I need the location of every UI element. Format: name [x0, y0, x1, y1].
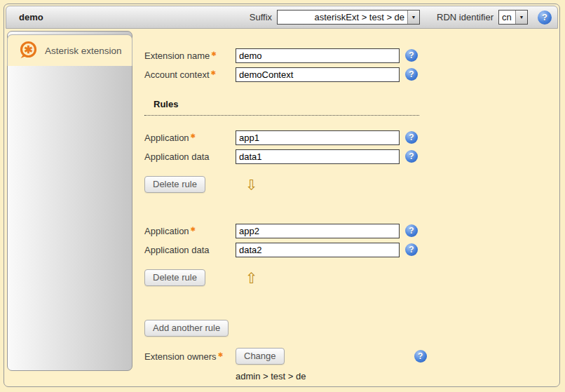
delete-rule-button[interactable]: Delete rule	[144, 269, 205, 286]
tab-label: Asterisk extension	[45, 46, 122, 56]
required-icon: ✱	[191, 226, 196, 233]
rule1-application-data-row: Application data ?	[144, 149, 439, 164]
required-icon: ✱	[211, 69, 217, 76]
account-context-input[interactable]	[236, 67, 400, 82]
add-rule-row: Add another rule	[144, 320, 439, 336]
application-data-label: Application data	[144, 245, 236, 255]
account-edit-window: demo Suffix asteriskExt > test > de ▼ RD…	[4, 4, 560, 387]
extension-owners-value: admin > test > de	[236, 371, 306, 381]
help-icon[interactable]: ?	[538, 11, 552, 25]
help-icon[interactable]: ?	[405, 243, 418, 256]
account-context-row: Account context✱ ?	[144, 67, 439, 82]
help-icon[interactable]: ?	[405, 224, 418, 237]
chevron-down-icon: ▼	[407, 11, 419, 24]
change-owners-button[interactable]: Change	[236, 348, 285, 365]
extension-name-label: Extension name✱	[144, 50, 236, 61]
application-data-label: Application data	[144, 151, 236, 162]
required-icon: ✱	[191, 133, 196, 140]
move-rule-up-icon[interactable]: ⇧	[245, 271, 258, 285]
rule1-application-input[interactable]	[236, 130, 400, 145]
rules-section-heading: Rules	[144, 99, 419, 116]
help-icon[interactable]: ?	[405, 49, 418, 62]
application-label: Application✱	[144, 226, 236, 236]
rule2-application-input[interactable]	[236, 224, 400, 238]
rule1-application-row: Application✱ ?	[144, 130, 439, 145]
extension-owners-value-row: admin > test > de	[144, 368, 439, 384]
required-icon: ✱	[218, 351, 224, 358]
suffix-label: Suffix	[250, 12, 272, 22]
rdn-identifier-select[interactable]: cn ▼	[498, 10, 528, 25]
page-title: demo	[19, 12, 43, 22]
rule2-application-data-input[interactable]	[236, 243, 400, 257]
help-icon[interactable]: ?	[405, 150, 418, 163]
rule1-application-data-input[interactable]	[236, 149, 400, 164]
suffix-select-value: asteriskExt > test > de	[278, 11, 407, 24]
help-icon[interactable]: ?	[405, 131, 418, 144]
rule2-application-data-row: Application data ?	[144, 242, 439, 257]
application-label: Application✱	[144, 133, 236, 143]
extension-owners-label: Extension owners✱	[144, 351, 236, 362]
form-area: Extension name✱ ? Account context✱ ? Rul…	[144, 48, 439, 387]
delete-rule-button[interactable]: Delete rule	[144, 176, 205, 193]
help-icon[interactable]: ?	[405, 68, 418, 81]
tab-asterisk-extension[interactable]: ✱ Asterisk extension	[7, 34, 132, 66]
add-another-rule-button[interactable]: Add another rule	[144, 320, 229, 337]
extension-name-row: Extension name✱ ?	[144, 48, 439, 63]
rdn-identifier-label: RDN identifier	[437, 12, 493, 22]
title-bar: demo Suffix asteriskExt > test > de ▼ RD…	[6, 6, 558, 29]
required-icon: ✱	[211, 50, 217, 58]
module-sidebar: ✱ Asterisk extension	[7, 31, 132, 371]
suffix-select[interactable]: asteriskExt > test > de ▼	[277, 10, 420, 25]
rule2-application-row: Application✱ ?	[144, 223, 439, 238]
asterisk-logo-icon: ✱	[18, 41, 38, 60]
extension-owners-row: Extension owners✱ Change ?	[144, 349, 439, 364]
rule1-actions-row: Delete rule ⇩	[144, 177, 439, 192]
help-icon[interactable]: ?	[414, 350, 427, 363]
chevron-down-icon: ▼	[515, 11, 527, 24]
rule2-actions-row: Delete rule ⇧	[144, 270, 439, 285]
rdn-select-value: cn	[499, 11, 515, 24]
account-context-label: Account context✱	[144, 69, 236, 80]
move-rule-down-icon[interactable]: ⇩	[245, 177, 258, 192]
extension-name-input[interactable]	[236, 48, 400, 63]
svg-text:✱: ✱	[24, 43, 33, 55]
